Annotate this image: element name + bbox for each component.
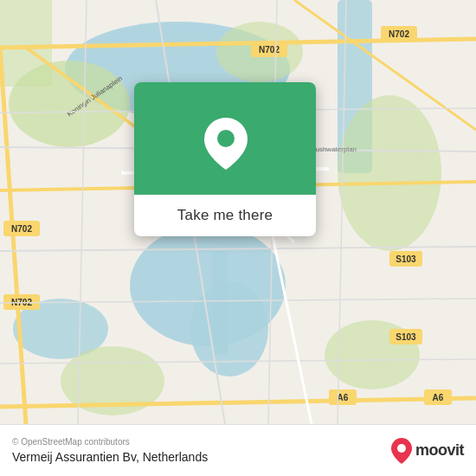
svg-text:N702: N702 xyxy=(389,29,409,39)
svg-text:A6: A6 xyxy=(433,393,444,402)
svg-rect-9 xyxy=(0,0,52,87)
take-me-there-button[interactable]: Take me there xyxy=(177,207,273,224)
location-name: Vermeij Assurantien Bv, Netherlands xyxy=(12,450,208,464)
moovit-logo: moovit xyxy=(391,438,464,464)
svg-text:N702: N702 xyxy=(259,45,280,55)
bottom-bar: © OpenStreetMap contributors Vermeij Ass… xyxy=(0,424,476,476)
moovit-pin-icon xyxy=(391,438,412,464)
location-pin xyxy=(204,118,246,159)
moovit-brand-text: moovit xyxy=(415,441,464,460)
svg-text:S103: S103 xyxy=(396,332,416,342)
svg-text:N702: N702 xyxy=(11,224,32,234)
popup-button-area[interactable]: Take me there xyxy=(134,195,316,236)
svg-point-52 xyxy=(397,444,406,453)
map-container: N702 N702 N702 N702 Koningin Julianaplei… xyxy=(0,0,476,424)
copyright-text: © OpenStreetMap contributors xyxy=(12,437,208,447)
svg-text:A6: A6 xyxy=(338,393,349,402)
svg-point-51 xyxy=(217,130,235,147)
bottom-left-info: © OpenStreetMap contributors Vermeij Ass… xyxy=(12,437,208,464)
svg-point-8 xyxy=(338,95,441,251)
svg-text:pushwaterplan: pushwaterplan xyxy=(312,145,357,153)
svg-text:S103: S103 xyxy=(396,254,416,264)
popup-card: Take me there xyxy=(134,82,316,236)
popup-green-area xyxy=(134,82,316,195)
